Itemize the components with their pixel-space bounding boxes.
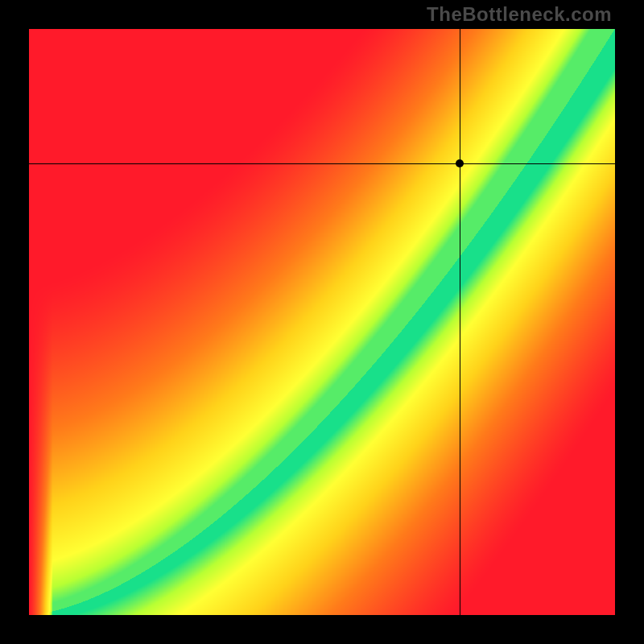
watermark-text: TheBottleneck.com bbox=[427, 3, 612, 26]
selection-marker bbox=[456, 159, 464, 167]
chart-frame: TheBottleneck.com bbox=[0, 0, 644, 644]
crosshair-vertical bbox=[460, 29, 460, 615]
bottleneck-heatmap bbox=[29, 29, 615, 615]
crosshair-horizontal bbox=[29, 163, 615, 164]
